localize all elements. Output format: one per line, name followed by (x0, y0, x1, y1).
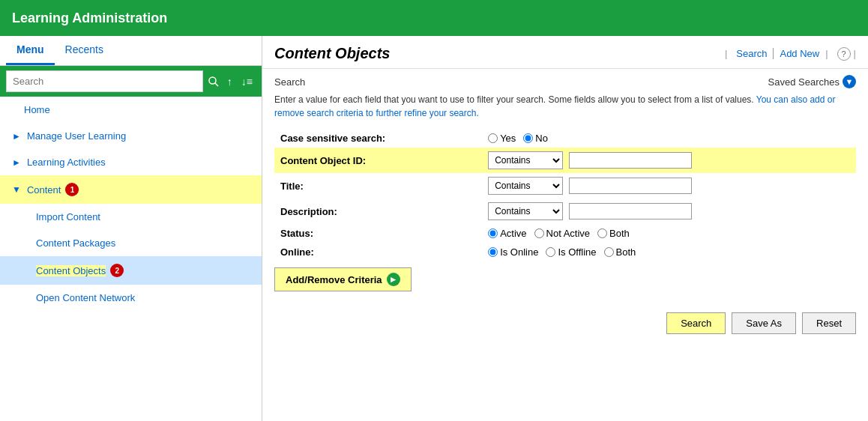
case-sensitive-no-label[interactable]: No (523, 133, 548, 144)
page-title: Content Objects (274, 45, 390, 62)
sidebar-item-content-packages-label: Content Packages (36, 237, 115, 249)
online-radio-group: Is Online Is Offline Both (488, 246, 850, 258)
status-not-active-label[interactable]: Not Active (534, 228, 591, 239)
case-sensitive-yes-label[interactable]: Yes (488, 133, 516, 144)
case-sensitive-label: Case sensitive search: (274, 129, 482, 148)
chevron-right-icon: ► (12, 131, 21, 142)
search-panel-label: Search (274, 76, 305, 88)
description-value: Contains Equals Starts With Ends With (488, 202, 850, 220)
field-case-sensitive: Case sensitive search: Yes No (274, 129, 856, 148)
svg-point-0 (209, 77, 216, 84)
app-title: Learning Administration (12, 10, 167, 26)
sidebar-item-manage-user-learning-label: Manage User Learning (27, 130, 126, 142)
online-both-radio[interactable] (604, 247, 614, 257)
content-object-id-operator[interactable]: Contains Equals Starts With Ends With (488, 151, 563, 169)
tab-recents[interactable]: Recents (55, 36, 114, 65)
field-status: Status: Active Not Active (274, 224, 856, 243)
sidebar-search-input[interactable] (6, 70, 203, 92)
online-is-offline-label[interactable]: Is Offline (546, 246, 596, 258)
description-label: Description: (274, 199, 482, 224)
search-description: Enter a value for each field that you wa… (274, 93, 856, 120)
chevron-down-icon: ▼ (12, 184, 21, 195)
content-object-id-input[interactable] (569, 152, 692, 169)
field-description: Description: Contains Equals Starts With… (274, 199, 856, 224)
status-both-text: Both (609, 228, 630, 239)
sidebar-item-content-packages[interactable]: Content Packages (0, 230, 262, 256)
content-badge: 1 (65, 183, 79, 196)
online-both-label[interactable]: Both (604, 246, 636, 258)
case-sensitive-yes-text: Yes (500, 133, 516, 144)
sidebar-item-learning-activities-label: Learning Activities (27, 157, 106, 168)
case-sensitive-no-text: No (535, 133, 548, 144)
sidebar-sort-buttons: ↑ ↓≡ (224, 74, 256, 89)
case-sensitive-yes-radio[interactable] (488, 133, 498, 143)
header-search-link[interactable]: Search (730, 48, 774, 59)
sidebar-item-manage-user-learning[interactable]: ► Manage User Learning (0, 123, 262, 149)
online-is-online-label[interactable]: Is Online (488, 246, 538, 258)
title-label: Title: (274, 173, 482, 199)
status-both-radio[interactable] (597, 228, 607, 238)
sort-asc-button[interactable]: ↑ (224, 74, 235, 89)
search-form-table: Case sensitive search: Yes No (274, 129, 856, 261)
online-is-online-radio[interactable] (488, 247, 498, 257)
sidebar: Menu Recents ↑ ↓≡ Home ► (0, 36, 262, 421)
field-online: Online: Is Online Is Offline (274, 243, 856, 261)
app-header: Learning Administration (0, 0, 868, 36)
help-button[interactable]: ? (837, 47, 851, 61)
description-operator[interactable]: Contains Equals Starts With Ends With (488, 202, 563, 220)
field-content-object-id: Content Object ID: Contains Equals Start… (274, 148, 856, 173)
title-value: Contains Equals Starts With Ends With (488, 177, 850, 195)
status-both-label[interactable]: Both (597, 228, 630, 239)
status-label: Status: (274, 224, 482, 243)
online-is-offline-radio[interactable] (546, 247, 555, 257)
sidebar-item-open-content-network[interactable]: Open Content Network (0, 285, 262, 311)
save-as-button[interactable]: Save As (732, 312, 796, 334)
status-not-active-radio[interactable] (534, 228, 544, 238)
content-object-id-label: Content Object ID: (274, 148, 482, 173)
search-button[interactable]: Search (666, 312, 726, 334)
sidebar-item-import-content[interactable]: Import Content (0, 204, 262, 230)
sidebar-item-open-content-network-label: Open Content Network (36, 292, 135, 303)
content-objects-badge: 2 (110, 264, 124, 277)
sidebar-item-content-label: Content (27, 184, 61, 196)
svg-line-1 (215, 83, 218, 86)
header-add-new-link[interactable]: Add New (774, 48, 822, 59)
online-label: Online: (274, 243, 482, 261)
title-input[interactable] (569, 178, 692, 194)
sidebar-search-button[interactable] (208, 76, 220, 88)
sort-desc-button[interactable]: ↓≡ (238, 74, 256, 89)
sidebar-item-home-label: Home (24, 104, 50, 115)
sidebar-item-import-content-label: Import Content (36, 211, 100, 222)
add-remove-arrow-icon: ► (387, 273, 400, 286)
search-desc-link-1[interactable]: You can also add or remove search criter… (274, 94, 835, 118)
description-input[interactable] (569, 203, 692, 219)
saved-searches-button[interactable]: Saved Searches ▼ (768, 75, 856, 88)
tab-menu[interactable]: Menu (6, 36, 55, 65)
sidebar-item-content[interactable]: ▼ Content 1 (0, 175, 262, 204)
reset-button[interactable]: Reset (802, 312, 856, 334)
saved-searches-icon: ▼ (843, 75, 856, 88)
status-radio-group: Active Not Active Both (488, 228, 850, 239)
search-icon (208, 76, 220, 88)
online-is-offline-text: Is Offline (558, 246, 596, 258)
sidebar-search-row: ↑ ↓≡ (0, 66, 262, 97)
add-remove-criteria-button[interactable]: Add/Remove Criteria ► (274, 267, 412, 291)
add-remove-criteria-label: Add/Remove Criteria (286, 274, 382, 285)
sidebar-item-content-objects-label: Content Objects (36, 265, 106, 276)
case-sensitive-no-radio[interactable] (523, 133, 533, 143)
status-active-label[interactable]: Active (488, 228, 526, 239)
title-operator[interactable]: Contains Equals Starts With Ends With (488, 177, 563, 195)
sidebar-item-home[interactable]: Home (0, 97, 262, 123)
form-buttons: Search Save As Reset (262, 303, 868, 343)
saved-searches-label: Saved Searches (768, 76, 840, 88)
main-layout: Menu Recents ↑ ↓≡ Home ► (0, 36, 868, 421)
content-actions: | Search Add New | ? | (725, 47, 856, 61)
status-active-radio[interactable] (488, 228, 498, 238)
case-sensitive-radio-group: Yes No (488, 133, 850, 144)
content-header: Content Objects | Search Add New | ? | (262, 36, 868, 69)
sidebar-item-learning-activities[interactable]: ► Learning Activities (0, 149, 262, 175)
online-is-online-text: Is Online (500, 246, 538, 258)
search-panel-header: Search Saved Searches ▼ (274, 75, 856, 88)
sidebar-item-content-objects[interactable]: Content Objects 2 (0, 256, 262, 285)
sidebar-tabs: Menu Recents (0, 36, 262, 66)
